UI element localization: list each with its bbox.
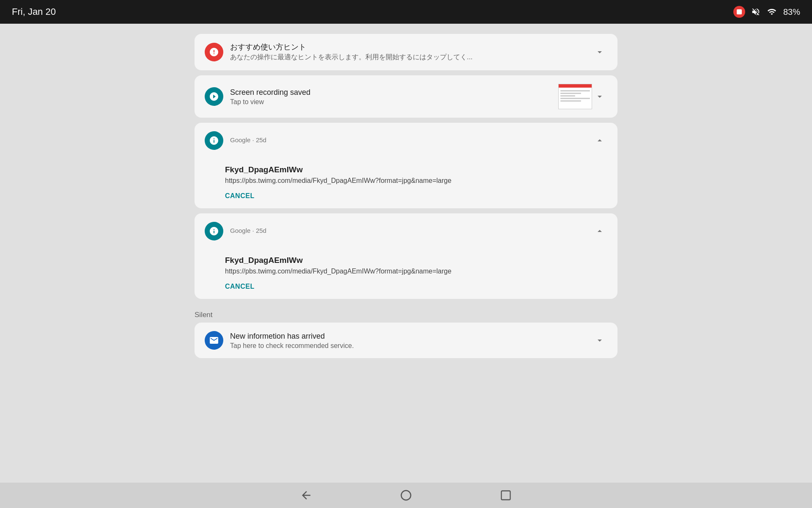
notification-item-google-1-header[interactable]: Google · 25d: [195, 123, 617, 158]
record-icon: [733, 6, 745, 18]
google-2-icon: [205, 222, 223, 240]
datetime: Fri, Jan 20: [12, 6, 56, 17]
bottom-navigation: [0, 483, 812, 508]
screen-recording-title: Screen recording saved: [230, 88, 553, 97]
recents-button[interactable]: [498, 488, 513, 503]
status-bar: Fri, Jan 20 83%: [0, 0, 812, 24]
google-1-icon: [205, 131, 223, 150]
google-2-cancel-button[interactable]: CANCEL: [225, 281, 255, 292]
hint-icon: [205, 43, 223, 61]
home-button[interactable]: [398, 488, 414, 503]
mute-icon: [751, 7, 760, 17]
silent-section-label: Silent: [195, 304, 617, 323]
new-info-expand-button[interactable]: [592, 333, 607, 348]
hint-title: おすすめ使い方ヒント: [230, 42, 592, 52]
google-2-meta: Google · 25d: [230, 227, 592, 234]
new-info-content: New informetion has arrived Tap here to …: [230, 331, 592, 350]
new-info-title: New informetion has arrived: [230, 331, 592, 341]
notification-item-screen-recording[interactable]: Screen recording saved Tap to view: [195, 75, 617, 118]
google-2-expanded-body: Fkyd_DpagAEmIWw https://pbs.twimg.com/me…: [195, 249, 617, 299]
screen-recording-subtitle: Tap to view: [230, 98, 553, 106]
google-2-actions: CANCEL: [225, 281, 255, 292]
google-2-title: Fkyd_DpagAEmIWw: [225, 256, 303, 265]
wifi-icon: [766, 7, 777, 17]
screen-recording-expand-button[interactable]: [592, 89, 607, 104]
battery-indicator: 83%: [783, 7, 800, 17]
google-1-meta-content: Google · 25d: [230, 136, 592, 145]
screen-recording-content: Screen recording saved Tap to view: [230, 88, 553, 106]
hint-subtitle: あなたの操作に最適なヒントを表示します。利用を開始するにはタップしてく...: [230, 53, 592, 62]
status-icons: 83%: [733, 6, 800, 18]
hint-expand-button[interactable]: [592, 44, 607, 60]
google-1-actions: CANCEL: [225, 190, 255, 202]
back-button[interactable]: [299, 488, 314, 503]
hint-content: おすすめ使い方ヒント あなたの操作に最適なヒントを表示します。利用を開始するには…: [230, 42, 592, 62]
notification-item-google-2-header[interactable]: Google · 25d: [195, 213, 617, 249]
new-info-subtitle: Tap here to check recommended service.: [230, 342, 592, 350]
google-2-expand-button[interactable]: [592, 224, 607, 239]
notification-card-google-1[interactable]: Google · 25d Fkyd_DpagAEmIWw https://pbs…: [195, 123, 617, 208]
notification-panel: おすすめ使い方ヒント あなたの操作に最適なヒントを表示します。利用を開始するには…: [0, 24, 812, 483]
svg-point-0: [401, 491, 411, 500]
google-1-title: Fkyd_DpagAEmIWw: [225, 165, 303, 174]
notification-card-new-info[interactable]: New informetion has arrived Tap here to …: [195, 323, 617, 358]
google-1-expanded-body: Fkyd_DpagAEmIWw https://pbs.twimg.com/me…: [195, 158, 617, 208]
google-2-meta-content: Google · 25d: [230, 227, 592, 236]
google-1-url: https://pbs.twimg.com/media/Fkyd_DpagAEm…: [225, 177, 451, 185]
google-1-meta: Google · 25d: [230, 136, 592, 144]
notification-card-screen-recording[interactable]: Screen recording saved Tap to view: [195, 75, 617, 118]
svg-rect-1: [502, 491, 510, 500]
google-2-url: https://pbs.twimg.com/media/Fkyd_DpagAEm…: [225, 268, 451, 275]
notification-item-hint[interactable]: おすすめ使い方ヒント あなたの操作に最適なヒントを表示します。利用を開始するには…: [195, 34, 617, 70]
screen-recording-icon: [205, 87, 223, 106]
google-1-cancel-button[interactable]: CANCEL: [225, 190, 255, 202]
screen-recording-thumbnail: [558, 84, 592, 109]
notification-card-hint[interactable]: おすすめ使い方ヒント あなたの操作に最適なヒントを表示します。利用を開始するには…: [195, 34, 617, 70]
notification-item-new-info[interactable]: New informetion has arrived Tap here to …: [195, 323, 617, 358]
new-info-icon: [205, 331, 223, 350]
notification-card-google-2[interactable]: Google · 25d Fkyd_DpagAEmIWw https://pbs…: [195, 213, 617, 299]
google-1-expand-button[interactable]: [592, 133, 607, 148]
